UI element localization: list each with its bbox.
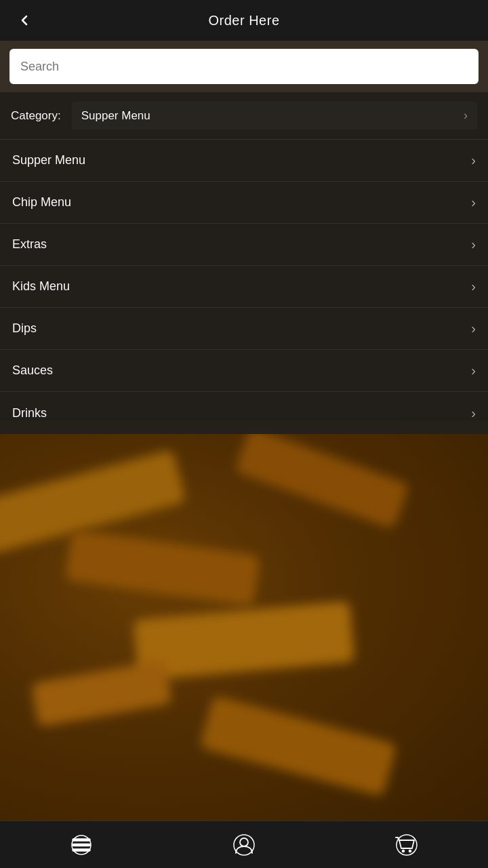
svg-point-6 <box>403 850 405 852</box>
menu-item-sauces[interactable]: Sauces› <box>0 350 488 392</box>
menu-item-chevron-icon: › <box>471 321 476 336</box>
search-input[interactable] <box>9 49 479 84</box>
svg-point-7 <box>409 850 411 852</box>
category-selector[interactable]: Supper Menu › <box>72 102 477 130</box>
menu-item-label: Sauces <box>12 363 53 378</box>
svg-rect-0 <box>73 839 90 841</box>
header: Order Here <box>0 0 488 41</box>
menu-item-chevron-icon: › <box>471 153 476 168</box>
food-background <box>0 420 488 821</box>
menu-item-label: Drinks <box>12 406 47 420</box>
category-selected-value: Supper Menu <box>81 109 150 123</box>
menu-item-extras[interactable]: Extras› <box>0 224 488 266</box>
page-title: Order Here <box>208 13 279 28</box>
svg-point-4 <box>240 838 248 846</box>
menu-item-label: Dips <box>12 321 37 336</box>
category-row: Category: Supper Menu › <box>0 92 488 140</box>
menu-item-label: Extras <box>12 237 47 252</box>
menu-item-label: Supper Menu <box>12 153 85 167</box>
menu-item-label: Kids Menu <box>12 279 70 294</box>
category-label: Category: <box>11 109 61 123</box>
category-chevron-icon: › <box>464 108 468 123</box>
menu-item-drinks[interactable]: Drinks› <box>0 392 488 434</box>
menu-item-chevron-icon: › <box>471 195 476 210</box>
nav-account-button[interactable] <box>224 825 264 865</box>
menu-item-chevron-icon: › <box>471 363 476 378</box>
menu-item-chevron-icon: › <box>471 237 476 252</box>
back-button[interactable] <box>11 7 38 34</box>
menu-item-supper-menu[interactable]: Supper Menu› <box>0 140 488 182</box>
search-container <box>0 41 488 92</box>
svg-rect-2 <box>73 849 90 851</box>
menu-item-chevron-icon: › <box>471 406 476 421</box>
menu-item-chevron-icon: › <box>471 279 476 294</box>
bottom-navigation <box>0 821 488 868</box>
menu-item-dips[interactable]: Dips› <box>0 308 488 350</box>
main-content: Order Here Category: Supper Menu › Suppe… <box>0 0 488 434</box>
menu-item-chip-menu[interactable]: Chip Menu› <box>0 182 488 224</box>
nav-menu-button[interactable] <box>61 825 102 865</box>
svg-point-8 <box>396 835 417 855</box>
svg-rect-1 <box>73 844 90 846</box>
nav-basket-button[interactable] <box>386 825 427 865</box>
menu-list: Supper Menu›Chip Menu›Extras›Kids Menu›D… <box>0 140 488 434</box>
menu-item-label: Chip Menu <box>12 195 71 210</box>
menu-item-kids-menu[interactable]: Kids Menu› <box>0 266 488 308</box>
